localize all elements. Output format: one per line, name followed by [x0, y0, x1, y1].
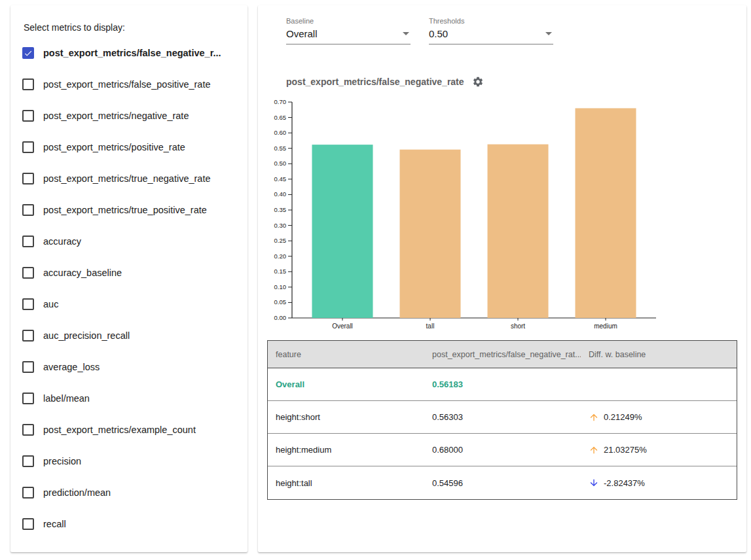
- dropdown-arrow-icon: [403, 32, 409, 35]
- metric-selector-panel: Select metrics to display: post_export_m…: [10, 5, 247, 552]
- metric-label: post_export_metrics/example_count: [43, 425, 196, 435]
- metric-checkbox-item[interactable]: accuracy: [22, 226, 245, 257]
- metric-label: auc_precision_recall: [43, 330, 130, 341]
- feature-cell: height:medium: [268, 445, 424, 455]
- value-cell: 0.56183: [424, 379, 581, 389]
- feature-cell: height:short: [268, 412, 424, 422]
- panel-title: Select metrics to display:: [24, 22, 125, 33]
- metric-label: post_export_metrics/false_negative_r...: [43, 48, 221, 58]
- checkbox-icon[interactable]: [22, 361, 34, 373]
- diff-cell: -2.82437%: [581, 478, 737, 488]
- arrow-up-icon: [589, 445, 599, 455]
- metric-checkbox-item[interactable]: recall: [22, 508, 245, 540]
- chart-title: post_export_metrics/false_negative_rate: [286, 77, 464, 87]
- diff-value: 21.03275%: [604, 445, 647, 455]
- svg-text:0.00: 0.00: [274, 314, 287, 321]
- feature-cell: height:tall: [268, 478, 424, 488]
- metric-checkbox-item[interactable]: average_loss: [22, 351, 245, 383]
- table-header-row: feature post_export_metrics/false_negati…: [268, 341, 737, 368]
- metric-checkbox-item[interactable]: post_export_metrics/example_count: [22, 414, 245, 446]
- arrow-down-icon: [589, 478, 599, 488]
- value-cell: 0.68000: [424, 445, 581, 455]
- svg-text:0.65: 0.65: [274, 114, 287, 121]
- metric-checkbox-item[interactable]: post_export_metrics/negative_rate: [22, 100, 245, 131]
- table-row[interactable]: height:medium 0.68000 21.03275%: [268, 434, 737, 466]
- checkbox-icon[interactable]: [22, 173, 34, 184]
- metric-checkbox-item[interactable]: auc: [22, 289, 245, 320]
- diff-value: -2.82437%: [604, 478, 645, 488]
- svg-text:0.50: 0.50: [274, 160, 287, 167]
- diff-value: 0.21249%: [604, 412, 642, 422]
- settings-gear-icon[interactable]: [472, 76, 484, 88]
- checkbox-icon[interactable]: [22, 141, 34, 153]
- checkbox-icon[interactable]: [22, 236, 34, 247]
- svg-text:0.15: 0.15: [274, 268, 287, 275]
- svg-text:0.25: 0.25: [274, 237, 287, 244]
- checkbox-icon[interactable]: [22, 47, 34, 59]
- metric-checkbox-item[interactable]: post_export_metrics/false_negative_r...: [22, 37, 245, 69]
- metric-list: post_export_metrics/false_negative_r... …: [22, 37, 245, 540]
- metric-checkbox-item[interactable]: post_export_metrics/true_positive_rate: [22, 194, 245, 226]
- checkbox-icon[interactable]: [22, 487, 34, 499]
- checkbox-icon[interactable]: [22, 424, 34, 436]
- metric-checkbox-item[interactable]: post_export_metrics/positive_rate: [22, 131, 245, 163]
- column-header-diff: Diff. w. baseline: [581, 350, 737, 359]
- checkbox-icon[interactable]: [22, 518, 34, 530]
- metric-checkbox-item[interactable]: post_export_metrics/true_negative_rate: [22, 163, 245, 194]
- checkbox-icon[interactable]: [22, 110, 34, 122]
- fairness-indicators-widget: Select metrics to display: post_export_m…: [0, 0, 751, 560]
- thresholds-select-label: Thresholds: [429, 17, 553, 25]
- svg-text:0.45: 0.45: [274, 175, 287, 183]
- metric-label: accuracy: [43, 236, 81, 247]
- metric-label: post_export_metrics/positive_rate: [43, 142, 185, 152]
- baseline-select[interactable]: Baseline Overall: [286, 17, 411, 44]
- metric-label: label/mean: [43, 393, 90, 404]
- metric-label: average_loss: [43, 362, 100, 372]
- baseline-select-label: Baseline: [286, 17, 411, 25]
- svg-text:short: short: [511, 323, 525, 330]
- table-row[interactable]: Overall 0.56183: [268, 368, 737, 401]
- value-cell: 0.54596: [424, 478, 581, 488]
- column-header-feature: feature: [268, 350, 424, 359]
- metric-checkbox-item[interactable]: label/mean: [22, 383, 245, 414]
- table-row[interactable]: height:short 0.56303 0.21249%: [268, 401, 737, 434]
- checkbox-icon[interactable]: [22, 330, 34, 341]
- metric-checkbox-item[interactable]: prediction/mean: [22, 477, 245, 508]
- metric-checkbox-item[interactable]: auc_precision_recall: [22, 320, 245, 351]
- svg-text:0.35: 0.35: [274, 206, 287, 213]
- checkbox-icon[interactable]: [22, 393, 34, 404]
- svg-text:0.40: 0.40: [274, 190, 287, 198]
- metric-label: recall: [43, 519, 66, 529]
- arrow-up-icon: [589, 412, 599, 423]
- thresholds-select[interactable]: Thresholds 0.50: [429, 17, 553, 44]
- svg-text:0.60: 0.60: [274, 129, 287, 136]
- checkbox-icon[interactable]: [22, 267, 34, 279]
- metrics-panel: Baseline Overall Thresholds 0.50 post_ex…: [258, 5, 746, 552]
- table-row[interactable]: height:tall 0.54596 -2.82437%: [268, 466, 737, 499]
- checkbox-icon[interactable]: [22, 79, 34, 90]
- metric-bar-chart: 0.000.050.100.150.200.250.300.350.400.45…: [265, 97, 677, 340]
- value-cell: 0.56303: [424, 412, 581, 422]
- svg-text:0.10: 0.10: [274, 283, 287, 290]
- svg-text:0.05: 0.05: [274, 298, 287, 306]
- metrics-table: feature post_export_metrics/false_negati…: [267, 340, 737, 500]
- svg-text:Overall: Overall: [332, 323, 353, 330]
- svg-text:0.20: 0.20: [274, 253, 287, 260]
- metric-checkbox-item[interactable]: accuracy_baseline: [22, 257, 245, 289]
- svg-text:medium: medium: [594, 323, 617, 330]
- checkbox-icon[interactable]: [22, 298, 34, 310]
- feature-cell: Overall: [268, 379, 424, 389]
- svg-text:0.70: 0.70: [274, 98, 287, 105]
- metric-label: post_export_metrics/true_positive_rate: [43, 205, 207, 215]
- metric-label: post_export_metrics/true_negative_rate: [43, 173, 211, 184]
- metric-label: precision: [43, 456, 81, 466]
- diff-cell: 0.21249%: [581, 412, 737, 423]
- checkbox-icon[interactable]: [22, 455, 34, 467]
- svg-text:0.55: 0.55: [274, 145, 287, 152]
- dropdown-arrow-icon: [545, 32, 552, 35]
- checkbox-icon[interactable]: [22, 204, 34, 216]
- metric-checkbox-item[interactable]: precision: [22, 446, 245, 477]
- metric-checkbox-item[interactable]: post_export_metrics/false_positive_rate: [22, 69, 245, 100]
- column-header-metric: post_export_metrics/false_negative_rat..…: [424, 350, 581, 359]
- metric-label: prediction/mean: [43, 487, 111, 498]
